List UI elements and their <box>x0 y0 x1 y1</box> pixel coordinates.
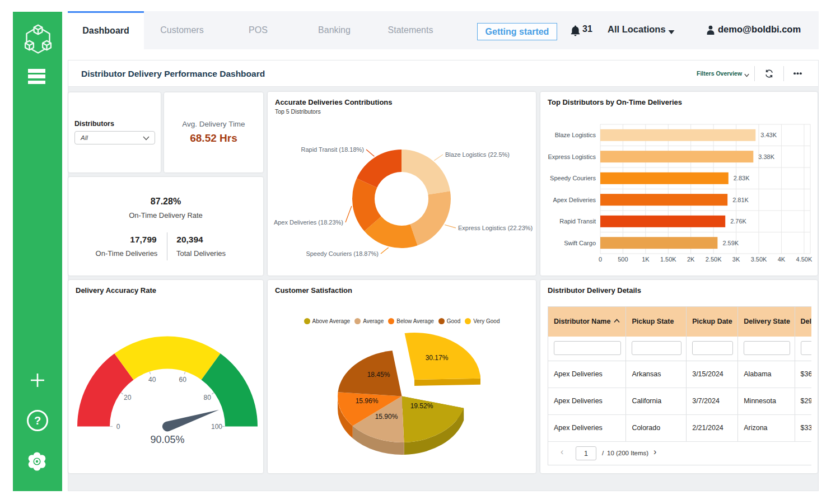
svg-text:2.76K: 2.76K <box>730 218 746 225</box>
svg-text:15.90%: 15.90% <box>375 413 398 421</box>
svg-text:60: 60 <box>179 376 187 384</box>
svg-text:2.50K: 2.50K <box>706 256 722 263</box>
svg-text:90.05%: 90.05% <box>150 434 184 445</box>
svg-text:2.83K: 2.83K <box>734 175 750 181</box>
svg-text:40: 40 <box>148 376 156 384</box>
svg-text:80: 80 <box>204 394 212 402</box>
svg-text:0: 0 <box>116 423 120 431</box>
svg-text:19.52%: 19.52% <box>410 402 433 410</box>
svg-text:20: 20 <box>124 394 132 402</box>
svg-text:Speedy Couriers: Speedy Couriers <box>550 175 596 181</box>
svg-text:3.50K: 3.50K <box>751 256 767 263</box>
svg-text:18.45%: 18.45% <box>367 371 390 379</box>
svg-text:2K: 2K <box>687 256 695 263</box>
svg-text:?: ? <box>34 414 41 427</box>
svg-text:0: 0 <box>599 256 602 263</box>
svg-text:Express Logistics: Express Logistics <box>548 153 596 160</box>
svg-text:Speedy Couriers (18.87%): Speedy Couriers (18.87%) <box>306 250 379 257</box>
svg-text:1.50K: 1.50K <box>660 256 676 263</box>
svg-text:100: 100 <box>211 423 222 431</box>
svg-text:2.81K: 2.81K <box>732 197 749 203</box>
svg-text:Express Logistics (22.23%): Express Logistics (22.23%) <box>458 225 533 231</box>
svg-text:4K: 4K <box>778 256 786 263</box>
svg-text:Apex Deliveries (18.23%): Apex Deliveries (18.23%) <box>274 219 343 226</box>
svg-text:3.43K: 3.43K <box>760 132 777 138</box>
svg-text:Rapid Transit (18.18%): Rapid Transit (18.18%) <box>301 146 365 153</box>
svg-text:Rapid Transit: Rapid Transit <box>559 218 596 225</box>
svg-text:3K: 3K <box>732 256 740 263</box>
svg-text:Blaze Logistics: Blaze Logistics <box>555 132 596 138</box>
svg-text:Apex Deliveries: Apex Deliveries <box>553 197 596 203</box>
svg-text:30.17%: 30.17% <box>426 354 449 362</box>
svg-text:Blaze Logistics (22.5%): Blaze Logistics (22.5%) <box>445 151 510 158</box>
svg-text:3.38K: 3.38K <box>758 153 774 160</box>
svg-text:500: 500 <box>618 256 628 263</box>
svg-text:4.50K: 4.50K <box>796 256 813 263</box>
svg-text:15.96%: 15.96% <box>356 397 379 405</box>
svg-text:2.59K: 2.59K <box>722 240 739 246</box>
svg-text:Swift Cargo: Swift Cargo <box>564 240 596 246</box>
svg-text:1K: 1K <box>642 256 650 263</box>
